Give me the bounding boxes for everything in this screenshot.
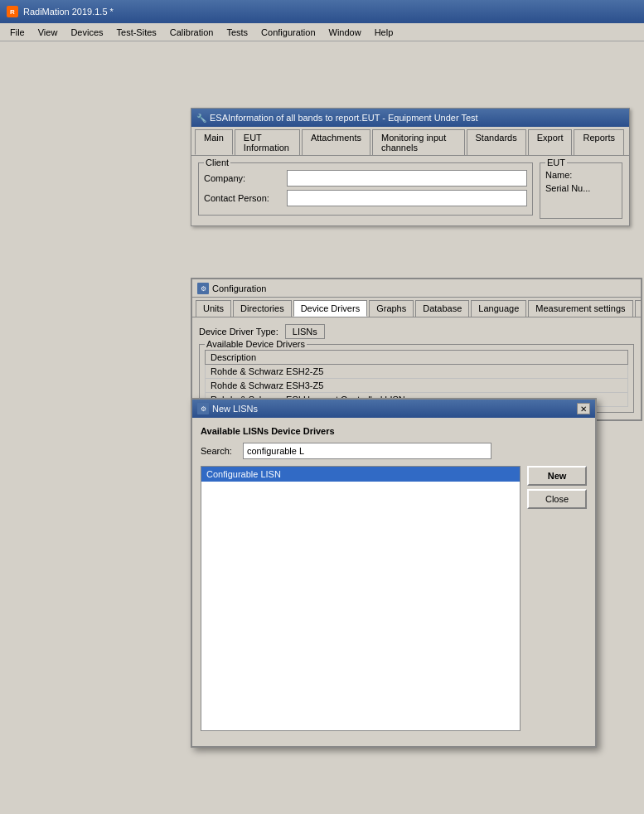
config-tab-database[interactable]: Database [415,300,469,317]
menu-window[interactable]: Window [322,26,368,39]
dialog-icon: ⚙ [197,403,209,414]
company-input[interactable] [287,170,527,187]
eut-serial-label: Serial Nu... [545,183,590,193]
tab-eut-info[interactable]: EUT Information [235,129,300,155]
config-tab-language[interactable]: Language [471,300,526,317]
dialog-close-icon[interactable]: ✕ [577,403,590,414]
available-drivers-label: Available Device Drivers [205,339,307,349]
tab-reports[interactable]: Reports [574,129,624,155]
search-input[interactable] [243,443,491,459]
eut-section-label: EUT [545,157,567,167]
menu-devices[interactable]: Devices [64,26,109,39]
config-title: Configuration [212,283,266,293]
driver-table-header: Description [206,351,628,365]
menu-bar: File View Devices Test-Sites Calibration… [0,23,644,41]
menu-file[interactable]: File [3,26,31,39]
esa-title-bar[interactable]: 🔧 ESAInformation of all bands to report.… [191,109,629,127]
app-icon: R [7,6,18,17]
tab-standards[interactable]: Standards [467,129,526,155]
table-row[interactable]: Rohde & Schwarz ESH2-Z5 [206,365,628,379]
menu-view[interactable]: View [31,26,65,39]
svg-text:⚙: ⚙ [201,285,206,293]
company-label: Company: [204,173,287,183]
config-tab-measurement[interactable]: Measurement settings [528,300,632,317]
dialog-title: New LISNs [212,404,258,414]
list-item-configurable-lisn[interactable]: Configurable LISN [201,467,520,482]
new-button[interactable]: New [527,466,587,486]
close-button[interactable]: Close [527,489,587,509]
menu-tests[interactable]: Tests [220,26,254,39]
config-tab-graphs[interactable]: Graphs [369,300,414,317]
config-icon: ⚙ [197,283,209,294]
dialog-buttons: New Close [527,466,587,738]
device-driver-type-label: Device Driver Type: [199,327,278,337]
config-tab-directories[interactable]: Directories [233,300,292,317]
eut-name-label: Name: [545,170,572,180]
menu-configuration[interactable]: Configuration [254,26,322,39]
tab-main[interactable]: Main [195,129,233,155]
menu-calibration[interactable]: Calibration [163,26,220,39]
config-tab-device-drivers[interactable]: Device Drivers [293,300,368,317]
search-label: Search: [201,446,238,456]
contact-label: Contact Person: [204,193,287,203]
dialog-content: Available LISNs Device Drivers Search: C… [192,418,595,746]
esa-title: ESAInformation of all bands to report.EU… [210,113,478,123]
new-lisns-dialog: ⚙ New LISNs ✕ Available LISNs Device Dri… [191,398,597,748]
lisns-list-container: Configurable LISN [201,466,521,731]
menu-help[interactable]: Help [368,26,400,39]
contact-input[interactable] [287,190,527,206]
main-area: 🔧 ESAInformation of all bands to report.… [0,41,644,814]
esa-window: 🔧 ESAInformation of all bands to report.… [191,108,630,226]
driver-type-badge: LISNs [285,324,325,339]
table-row[interactable]: Rohde & Schwarz ESH3-Z5 [206,379,628,393]
menu-test-sites[interactable]: Test-Sites [110,26,163,39]
client-section-label: Client [204,157,230,167]
config-tab-basic[interactable]: Basic sta... [635,300,642,317]
dialog-title-bar[interactable]: ⚙ New LISNs ✕ [192,400,595,418]
config-title-bar[interactable]: ⚙ Configuration [192,279,641,298]
esa-icon: 🔧 [196,114,206,123]
title-bar: R RadiMation 2019.1.5 * [0,0,644,23]
config-tab-units[interactable]: Units [196,300,231,317]
app-title: RadiMation 2019.1.5 * [23,7,114,17]
search-row: Search: [201,443,587,459]
tab-attachments[interactable]: Attachments [302,129,370,155]
svg-text:R: R [10,8,15,16]
svg-text:⚙: ⚙ [201,405,206,413]
config-tab-bar: Units Directories Device Drivers Graphs … [192,298,641,317]
esa-tab-bar: Main EUT Information Attachments Monitor… [191,127,629,156]
tab-monitoring[interactable]: Monitoring input channels [372,129,465,155]
dialog-section-label: Available LISNs Device Drivers [201,426,587,436]
tab-export[interactable]: Export [528,129,573,155]
